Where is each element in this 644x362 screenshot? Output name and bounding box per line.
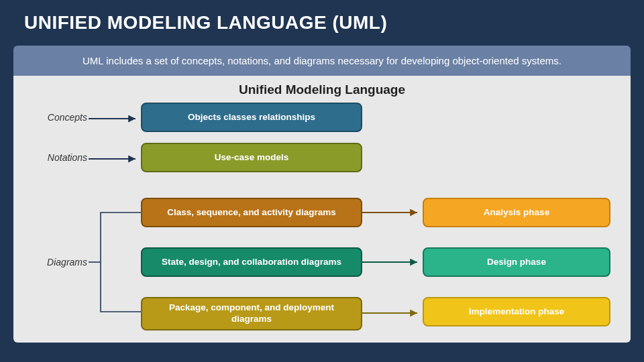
phase-design: Design phase	[423, 247, 610, 277]
label-notations: Notations	[27, 152, 87, 163]
arrow-to-design	[362, 258, 424, 266]
content-panel: Unified Modeling Language Concepts Notat…	[13, 76, 631, 343]
box-notations: Use-case models	[141, 143, 362, 172]
arrow-notations	[89, 155, 141, 163]
label-diagrams: Diagrams	[27, 257, 87, 267]
box-diagram-1: Class, sequence, and activity diagrams	[141, 198, 362, 227]
arrow-to-analysis	[362, 208, 424, 217]
box-diagram-3: Package, component, and deployment diagr…	[141, 297, 362, 330]
phase-implementation: Implementation phase	[423, 297, 610, 326]
box-concepts: Objects classes relationships	[141, 103, 362, 132]
subtitle-bar: UML includes a set of concepts, notation…	[13, 46, 631, 76]
arrow-to-implementation	[362, 309, 424, 317]
arrow-concepts	[89, 115, 141, 123]
slide-title: UNIFIED MODELING LANGUAGE (UML)	[0, 0, 644, 34]
box-diagram-2: State, design, and collaboration diagram…	[141, 247, 362, 277]
label-concepts: Concepts	[27, 112, 87, 123]
panel-heading: Unified Modeling Language	[13, 76, 631, 97]
phase-analysis: Analysis phase	[423, 198, 610, 227]
connector-diagrams-bracket	[80, 210, 148, 317]
